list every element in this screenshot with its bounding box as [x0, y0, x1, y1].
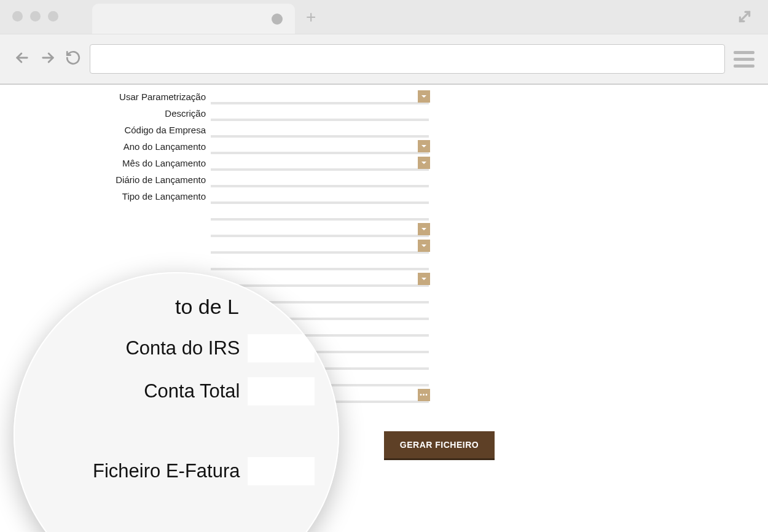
- lens-field[interactable]: [248, 334, 315, 362]
- text-input[interactable]: [211, 108, 429, 120]
- zoom-window-button[interactable]: [48, 11, 58, 22]
- field-label: Tipo de Lançamento: [0, 191, 210, 201]
- lens-field[interactable]: [248, 457, 315, 485]
- forward-button[interactable]: [39, 49, 57, 69]
- page-content: Usar ParametrizaçãoDescriçãoCódigo da Em…: [0, 85, 768, 532]
- tab-favicon: [272, 14, 283, 25]
- form-row: [0, 221, 768, 238]
- text-input[interactable]: [211, 174, 429, 186]
- field-label: Código da Empresa: [0, 125, 210, 135]
- close-window-button[interactable]: [12, 11, 23, 22]
- reload-button[interactable]: [65, 50, 81, 68]
- text-input[interactable]: [211, 207, 429, 219]
- browse-icon[interactable]: •••: [418, 389, 430, 401]
- lens-field[interactable]: [248, 377, 315, 405]
- field-label: Mês do Lançamento: [0, 158, 210, 168]
- browser-tab-bar: +: [0, 0, 768, 34]
- form-row: [0, 205, 768, 221]
- form-row: Usar Parametrização: [0, 88, 768, 105]
- window-controls: [12, 11, 58, 22]
- text-input[interactable]: [211, 124, 429, 136]
- browser-tab[interactable]: [92, 4, 295, 34]
- browser-toolbar: [0, 34, 768, 85]
- new-tab-button[interactable]: +: [306, 9, 316, 26]
- minimize-window-button[interactable]: [30, 11, 41, 22]
- text-input[interactable]: [211, 157, 429, 170]
- generate-file-button[interactable]: GERAR FICHEIRO: [384, 431, 495, 458]
- text-input[interactable]: [211, 141, 429, 153]
- text-input[interactable]: [211, 257, 429, 269]
- text-input[interactable]: [211, 240, 429, 252]
- chevron-down-icon[interactable]: [418, 140, 430, 152]
- chevron-down-icon[interactable]: [418, 90, 430, 103]
- form-row: Tipo de Lançamento: [0, 188, 768, 205]
- expand-icon[interactable]: [737, 9, 753, 27]
- field-label: Usar Parametrização: [0, 92, 210, 102]
- field-label: Ano do Lançamento: [0, 141, 210, 152]
- chevron-down-icon[interactable]: [418, 223, 430, 235]
- form-row: [0, 238, 768, 254]
- text-input[interactable]: [211, 190, 429, 203]
- form-row: Mês do Lançamento: [0, 155, 768, 171]
- chevron-down-icon[interactable]: [418, 273, 430, 285]
- text-input[interactable]: [211, 224, 429, 236]
- chevron-down-icon[interactable]: [418, 157, 430, 169]
- chevron-down-icon[interactable]: [418, 240, 430, 252]
- lens-label-efatura: Ficheiro E-Fatura: [38, 460, 248, 482]
- field-label: Diário de Lançamento: [0, 174, 210, 185]
- field-label: Descrição: [0, 108, 210, 119]
- lens-label-total: Conta Total: [38, 380, 248, 402]
- text-input[interactable]: [211, 273, 429, 286]
- lens-label-irs: Conta do IRS: [38, 337, 248, 359]
- menu-button[interactable]: [734, 51, 754, 68]
- form-row: Código da Empresa: [0, 122, 768, 138]
- form-row: Diário de Lançamento: [0, 171, 768, 188]
- form-row: Ano do Lançamento: [0, 138, 768, 155]
- form-row: [0, 254, 768, 271]
- text-input[interactable]: [211, 91, 429, 103]
- back-button[interactable]: [14, 49, 31, 69]
- address-bar[interactable]: [90, 44, 725, 74]
- form-row: Descrição: [0, 105, 768, 122]
